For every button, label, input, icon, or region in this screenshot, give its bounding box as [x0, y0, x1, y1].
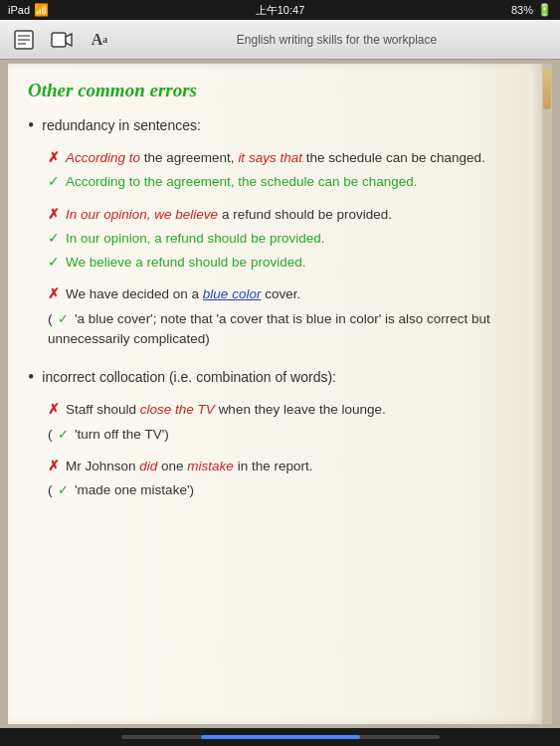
check-icon-1: ✓: [48, 173, 60, 189]
status-left: iPad 📶: [8, 3, 49, 17]
red-c1: close the TV: [140, 402, 215, 417]
colloc-wrong-text-1: Staff should close the TV when they leav…: [66, 400, 386, 420]
note-row-c1: ( ✓ 'turn off the TV'): [48, 425, 518, 445]
group1: ✗ According to the agreement, it says th…: [48, 148, 518, 193]
plain-c2c: in the report.: [238, 459, 313, 473]
check-icon-c2: ✓: [58, 482, 69, 497]
group2: ✗ In our opinion, we believe a refund sh…: [48, 205, 518, 274]
notes-icon[interactable]: [10, 26, 38, 54]
plain-c2b: one: [161, 459, 187, 473]
plain-c1b: when they leave the lounge.: [219, 402, 386, 417]
correct-row-1: ✓ According to the agreement, the schedu…: [48, 172, 518, 192]
correct-row-2a: ✓ In our opinion, a refund should be pro…: [48, 229, 518, 249]
plain-text-1a: the agreement,: [144, 150, 239, 165]
x-icon-1: ✗: [48, 149, 60, 165]
colloc-wrong-2: ✗ Mr Johnson did one mistake in the repo…: [48, 457, 518, 476]
bullet-item-1: • redundancy in sentences:: [28, 115, 518, 138]
wrong-row-2: ✗ In our opinion, we believe a refund sh…: [48, 205, 518, 225]
red-c2b: mistake: [187, 459, 234, 473]
example-group-1: ✗ According to the agreement, it says th…: [48, 148, 518, 349]
wrong-row-1: ✗ According to the agreement, it says th…: [48, 148, 518, 168]
bullet-dot-1: •: [28, 113, 34, 138]
plain-text-2: a refund should be provided.: [222, 207, 392, 222]
bottom-scroll-track[interactable]: [121, 735, 440, 739]
status-right: 83% 🔋: [511, 3, 552, 17]
check-icon-2a: ✓: [48, 230, 60, 246]
status-bar: iPad 📶 上午10:47 83% 🔋: [0, 0, 560, 20]
note-row-3: ( ✓ 'a blue cover'; note that 'a cover t…: [48, 309, 518, 350]
bullet-redundancy: • redundancy in sentences: ✗ According t…: [28, 115, 518, 349]
bottom-scroll-thumb[interactable]: [201, 735, 360, 739]
group3: ✗ We have decided on a blue color cover.…: [48, 284, 518, 349]
red-text-1a: According to: [66, 150, 140, 165]
red-text-1b: it says that: [238, 150, 302, 165]
wrong-text-2: In our opinion, we believe a refund shou…: [66, 205, 392, 225]
red-c2a: did: [139, 459, 157, 473]
book-page[interactable]: Other common errors • redundancy in sent…: [8, 64, 542, 724]
page-outer: Other common errors • redundancy in sent…: [0, 60, 560, 728]
wrong-text-1: According to the agreement, it says that…: [66, 148, 485, 168]
bullet-label-2: incorrect collocation (i.e. combination …: [42, 367, 336, 388]
note-text-3: ( ✓ 'a blue cover'; note that 'a cover t…: [48, 309, 518, 350]
collocation-examples: ✗ Staff should close the TV when they le…: [48, 400, 518, 500]
video-icon[interactable]: [48, 26, 76, 54]
colloc-group2: ✗ Mr Johnson did one mistake in the repo…: [48, 457, 518, 501]
plain-text-1b: the schedule can be changed.: [306, 150, 485, 165]
x-icon-2: ✗: [48, 206, 60, 222]
time-display: 上午10:47: [256, 3, 305, 18]
toolbar: Aa English writing skills for the workpl…: [0, 20, 560, 60]
wifi-icon: 📶: [34, 3, 49, 17]
colloc-group1: ✗ Staff should close the TV when they le…: [48, 400, 518, 445]
bullet-dot-2: •: [28, 365, 34, 390]
section-title: Other common errors: [28, 80, 518, 101]
blue-text-3: blue color: [203, 286, 262, 301]
plain-c1a: Staff should: [66, 402, 140, 417]
x-icon-c1: ✗: [48, 401, 60, 417]
scroll-thumb[interactable]: [543, 70, 551, 109]
svg-rect-4: [52, 33, 66, 47]
plain-c2a: Mr Johnson: [66, 459, 139, 473]
wrong-row-3: ✗ We have decided on a blue color cover.: [48, 284, 518, 304]
bullet-collocation: • incorrect collocation (i.e. combinatio…: [28, 367, 518, 500]
colloc-wrong-text-2: Mr Johnson did one mistake in the report…: [66, 457, 312, 476]
bottom-bar: [0, 728, 560, 746]
battery-icon: 🔋: [537, 3, 552, 17]
x-icon-3: ✗: [48, 285, 60, 301]
plain-text-3b: cover.: [265, 286, 300, 301]
bullet-label-1: redundancy in sentences:: [42, 115, 201, 136]
check-icon-c1: ✓: [58, 427, 69, 442]
red-text-2: In our opinion, we believe: [66, 207, 218, 222]
plain-text-3a: We have decided on a: [66, 286, 203, 301]
check-icon-2b: ✓: [48, 254, 60, 270]
ipad-label: iPad: [8, 4, 30, 16]
wrong-text-3: We have decided on a blue color cover.: [66, 284, 300, 304]
svg-marker-5: [66, 34, 72, 46]
x-icon-c2: ✗: [48, 458, 60, 473]
font-size-icon[interactable]: Aa: [86, 26, 113, 54]
note-text-c2: ( ✓ 'made one mistake'): [48, 480, 194, 500]
battery-level: 83%: [511, 4, 533, 16]
note-row-c2: ( ✓ 'made one mistake'): [48, 480, 518, 500]
bullet-item-2: • incorrect collocation (i.e. combinatio…: [28, 367, 518, 390]
scroll-bar[interactable]: [542, 64, 552, 724]
toolbar-subtitle: English writing skills for the workplace: [123, 33, 550, 47]
correct-text-2a: In our opinion, a refund should be provi…: [66, 229, 324, 249]
correct-row-2b: ✓ We believe a refund should be provided…: [48, 253, 518, 273]
correct-text-1: According to the agreement, the schedule…: [66, 172, 418, 192]
correct-text-2b: We believe a refund should be provided.: [66, 253, 305, 273]
check-icon-3: ✓: [58, 311, 69, 326]
colloc-wrong-1: ✗ Staff should close the TV when they le…: [48, 400, 518, 420]
note-text-c1: ( ✓ 'turn off the TV'): [48, 425, 169, 445]
